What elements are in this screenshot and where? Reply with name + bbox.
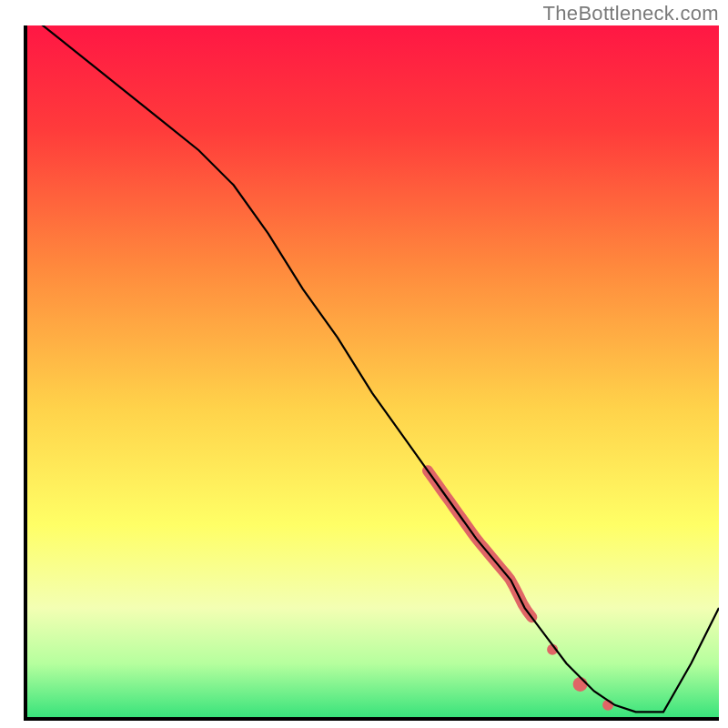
chart-frame: TheBottleneck.com xyxy=(0,0,728,728)
gradient-background xyxy=(25,25,719,719)
bottleneck-plot xyxy=(0,0,728,728)
highlight-point xyxy=(573,677,588,692)
